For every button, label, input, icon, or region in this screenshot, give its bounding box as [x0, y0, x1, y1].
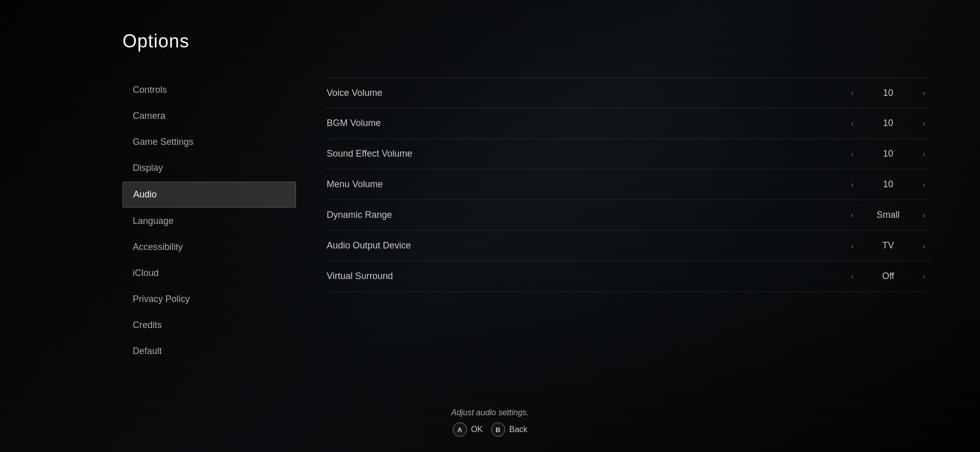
setting-value-audio-output-device: TV: [868, 240, 909, 251]
chevron-right-icon-menu-volume[interactable]: ›: [919, 181, 929, 189]
settings-rows: Voice Volume‹10›BGM Volume‹10›Sound Effe…: [327, 78, 929, 292]
setting-label-dynamic-range: Dynamic Range: [327, 210, 827, 220]
setting-label-bgm-volume: BGM Volume: [327, 118, 827, 129]
hint-text: Adjust audio settings.: [451, 408, 529, 417]
chevron-left-icon-voice-volume[interactable]: ‹: [847, 89, 857, 97]
chevron-left-icon-menu-volume[interactable]: ‹: [847, 181, 857, 189]
chevron-left-icon-virtual-surround[interactable]: ‹: [847, 272, 857, 281]
setting-row-virtual-surround: Virtual Surround‹Off›: [327, 261, 929, 292]
sidebar-item-game-settings[interactable]: Game Settings: [122, 130, 296, 155]
setting-control-sound-effect-volume: ‹10›: [827, 148, 929, 159]
setting-label-virtual-surround: Virtual Surround: [327, 271, 827, 282]
setting-control-menu-volume: ‹10›: [827, 179, 929, 190]
setting-value-sound-effect-volume: 10: [868, 148, 909, 159]
sidebar: ControlsCameraGame SettingsDisplayAudioL…: [122, 78, 296, 365]
bottom-bar: Adjust audio settings. AOKBBack: [0, 408, 980, 452]
setting-row-menu-volume: Menu Volume‹10›: [327, 169, 929, 200]
sidebar-item-icloud[interactable]: iCloud: [122, 261, 296, 286]
button-hint-b-back[interactable]: BBack: [491, 422, 528, 437]
setting-control-virtual-surround: ‹Off›: [827, 271, 929, 282]
button-label-b-back: Back: [509, 425, 528, 434]
button-label-a-ok: OK: [471, 425, 483, 434]
setting-label-audio-output-device: Audio Output Device: [327, 240, 827, 251]
setting-control-audio-output-device: ‹TV›: [827, 240, 929, 251]
button-key-a-ok: A: [453, 422, 467, 437]
chevron-right-icon-virtual-surround[interactable]: ›: [919, 272, 929, 281]
setting-row-dynamic-range: Dynamic Range‹Small›: [327, 200, 929, 231]
setting-label-voice-volume: Voice Volume: [327, 88, 827, 98]
button-key-b-back: B: [491, 422, 505, 437]
chevron-right-icon-bgm-volume[interactable]: ›: [919, 119, 929, 128]
sidebar-item-camera[interactable]: Camera: [122, 104, 296, 129]
setting-value-bgm-volume: 10: [868, 118, 909, 129]
button-hints: AOKBBack: [453, 422, 528, 437]
chevron-left-icon-audio-output-device[interactable]: ‹: [847, 242, 857, 250]
setting-label-sound-effect-volume: Sound Effect Volume: [327, 148, 827, 159]
setting-value-virtual-surround: Off: [868, 271, 909, 282]
sidebar-item-display[interactable]: Display: [122, 156, 296, 181]
sidebar-item-credits[interactable]: Credits: [122, 313, 296, 338]
chevron-left-icon-sound-effect-volume[interactable]: ‹: [847, 150, 857, 158]
setting-row-audio-output-device: Audio Output Device‹TV›: [327, 231, 929, 261]
left-column: Options ControlsCameraGame SettingsDispl…: [122, 31, 296, 408]
settings-panel: Audio Voice Volume‹10›BGM Volume‹10›Soun…: [296, 31, 980, 408]
chevron-right-icon-audio-output-device[interactable]: ›: [919, 242, 929, 250]
setting-row-bgm-volume: BGM Volume‹10›: [327, 108, 929, 139]
sidebar-item-default[interactable]: Default: [122, 339, 296, 364]
setting-control-dynamic-range: ‹Small›: [827, 210, 929, 220]
chevron-right-icon-sound-effect-volume[interactable]: ›: [919, 150, 929, 158]
sidebar-item-language[interactable]: Language: [122, 209, 296, 234]
setting-value-dynamic-range: Small: [868, 210, 909, 220]
page-title: Options: [122, 31, 296, 52]
setting-control-voice-volume: ‹10›: [827, 88, 929, 98]
setting-value-menu-volume: 10: [868, 179, 909, 190]
chevron-left-icon-dynamic-range[interactable]: ‹: [847, 211, 857, 219]
setting-row-sound-effect-volume: Sound Effect Volume‹10›: [327, 139, 929, 169]
chevron-right-icon-voice-volume[interactable]: ›: [919, 89, 929, 97]
setting-label-menu-volume: Menu Volume: [327, 179, 827, 190]
setting-row-voice-volume: Voice Volume‹10›: [327, 78, 929, 108]
sidebar-item-audio[interactable]: Audio: [122, 182, 296, 208]
sidebar-item-privacy-policy[interactable]: Privacy Policy: [122, 287, 296, 312]
sidebar-item-accessibility[interactable]: Accessibility: [122, 235, 296, 260]
button-hint-a-ok[interactable]: AOK: [453, 422, 483, 437]
main-content: Options ControlsCameraGame SettingsDispl…: [0, 0, 980, 408]
sidebar-item-controls[interactable]: Controls: [122, 78, 296, 103]
setting-control-bgm-volume: ‹10›: [827, 118, 929, 129]
page-container: Options ControlsCameraGame SettingsDispl…: [0, 0, 980, 452]
setting-value-voice-volume: 10: [868, 88, 909, 98]
chevron-right-icon-dynamic-range[interactable]: ›: [919, 211, 929, 219]
chevron-left-icon-bgm-volume[interactable]: ‹: [847, 119, 857, 128]
